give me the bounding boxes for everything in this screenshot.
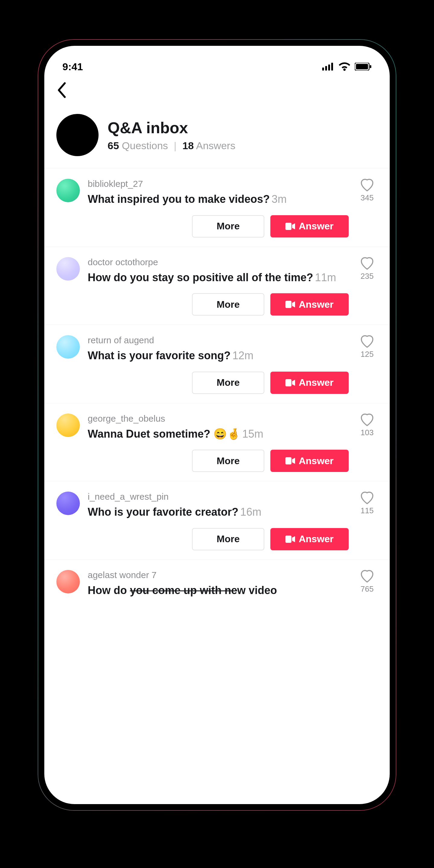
username[interactable]: return of augend [88, 335, 349, 345]
timestamp: 15m [242, 428, 264, 440]
heart-icon [360, 413, 374, 426]
questions-label: Questions [122, 140, 168, 151]
timestamp: 11m [315, 271, 336, 284]
user-avatar[interactable] [56, 335, 80, 359]
timestamp: 16m [240, 506, 261, 518]
answer-button[interactable]: Answer [270, 450, 349, 472]
chevron-left-icon [56, 82, 67, 98]
battery-icon [355, 63, 372, 70]
question-text: Who is your favorite creator?16m [88, 505, 349, 520]
question-row: biblioklept_27 What inspired you to make… [44, 168, 390, 247]
redacted-text: you come up with ne [130, 584, 237, 596]
heart-icon [360, 257, 374, 270]
status-time: 9:41 [62, 61, 83, 73]
question-text: How do you stay so positive all of the t… [88, 270, 349, 285]
inbox-header: Q&A inbox 65 Questions | 18 Answers [44, 108, 390, 168]
svg-rect-10 [285, 457, 291, 464]
more-button[interactable]: More [192, 528, 264, 550]
answer-button[interactable]: Answer [270, 293, 349, 315]
question-text: How do you come up with new video [88, 583, 349, 598]
status-indicators [322, 62, 372, 71]
user-avatar[interactable] [56, 413, 80, 437]
answer-button[interactable]: Answer [270, 215, 349, 238]
svg-rect-8 [285, 301, 291, 308]
svg-rect-9 [285, 379, 291, 386]
inbox-stats: 65 Questions | 18 Answers [107, 140, 236, 152]
svg-rect-2 [328, 64, 330, 70]
question-text: What inspired you to make videos?3m [88, 192, 349, 207]
answer-label: Answer [299, 377, 334, 388]
answers-count: 18 [182, 140, 194, 151]
like-button[interactable]: 103 [356, 413, 378, 472]
svg-rect-3 [331, 63, 333, 70]
heart-icon [360, 570, 374, 583]
answers-label: Answers [196, 140, 236, 151]
question-list: biblioklept_27 What inspired you to make… [44, 168, 390, 598]
timestamp: 3m [272, 193, 287, 205]
like-button[interactable]: 235 [356, 257, 378, 316]
answer-label: Answer [299, 456, 334, 467]
question-text: Wanna Duet sometime? 😄🤞15m [88, 427, 349, 441]
user-avatar[interactable] [56, 257, 80, 281]
question-row: doctor octothorpe How do you stay so pos… [44, 247, 390, 325]
video-icon [285, 457, 295, 464]
more-button[interactable]: More [192, 372, 264, 394]
question-row: george_the_obelus Wanna Duet sometime? 😄… [44, 403, 390, 482]
like-button[interactable]: 345 [356, 179, 378, 238]
user-avatar[interactable] [56, 570, 80, 593]
like-button[interactable]: 125 [356, 335, 378, 394]
heart-icon [360, 492, 374, 504]
timestamp: 12m [232, 349, 253, 362]
username[interactable]: i_need_a_wrest_pin [88, 492, 349, 502]
question-row: i_need_a_wrest_pin Who is your favorite … [44, 481, 390, 560]
profile-avatar[interactable] [56, 114, 98, 156]
answer-label: Answer [299, 221, 334, 232]
svg-rect-5 [356, 64, 368, 69]
more-button[interactable]: More [192, 215, 264, 238]
like-button[interactable]: 115 [356, 492, 378, 550]
question-text: What is your favorite song?12m [88, 348, 349, 363]
answer-label: Answer [299, 533, 334, 545]
user-avatar[interactable] [56, 179, 80, 202]
like-count: 125 [361, 350, 373, 359]
wifi-icon [338, 62, 350, 71]
like-count: 345 [361, 193, 373, 203]
app-screen: 9:41 Q&A inbox 65 [44, 46, 390, 804]
stats-divider: | [174, 140, 177, 151]
svg-rect-1 [325, 66, 327, 70]
username[interactable]: doctor octothorpe [88, 257, 349, 267]
username[interactable]: biblioklept_27 [88, 179, 349, 189]
username[interactable]: george_the_obelus [88, 413, 349, 424]
more-button[interactable]: More [192, 293, 264, 315]
more-button[interactable]: More [192, 450, 264, 472]
answer-button[interactable]: Answer [270, 528, 349, 550]
video-icon [285, 379, 295, 386]
video-icon [285, 223, 295, 230]
heart-icon [360, 335, 374, 348]
svg-rect-7 [285, 223, 291, 230]
answer-button[interactable]: Answer [270, 372, 349, 394]
like-count: 235 [361, 272, 373, 281]
video-icon [285, 535, 295, 543]
questions-count: 65 [107, 140, 119, 151]
svg-rect-6 [370, 65, 371, 68]
video-icon [285, 301, 295, 308]
heart-icon [360, 179, 374, 191]
like-button[interactable]: 765 [356, 570, 378, 598]
svg-rect-11 [285, 535, 291, 543]
status-bar: 9:41 [44, 46, 390, 79]
answer-label: Answer [299, 299, 334, 310]
back-button[interactable] [56, 82, 74, 102]
username[interactable]: agelast wonder 7 [88, 570, 349, 580]
cellular-icon [322, 63, 334, 70]
question-row: agelast wonder 7 How do you come up with… [44, 560, 390, 598]
like-count: 115 [361, 506, 373, 516]
question-row: return of augend What is your favorite s… [44, 325, 390, 403]
like-count: 765 [361, 584, 373, 594]
like-count: 103 [361, 428, 373, 437]
page-title: Q&A inbox [107, 119, 236, 137]
user-avatar[interactable] [56, 492, 80, 515]
svg-rect-0 [322, 67, 324, 70]
